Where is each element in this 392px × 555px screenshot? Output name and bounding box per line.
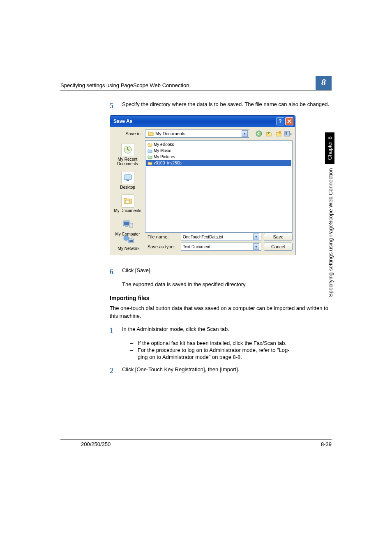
views-button[interactable] (284, 130, 293, 138)
save-in-label: Save in: (113, 131, 143, 136)
chevron-down-icon[interactable]: ▼ (253, 243, 259, 250)
step-2: 2 Click [One-Touch Key Registration], th… (60, 366, 332, 376)
step-number: 2 (110, 366, 122, 376)
chevron-down-icon[interactable]: ▼ (253, 234, 259, 240)
places-label: My Recent Documents (117, 157, 138, 166)
page-footer: 200/250/350 8-39 (60, 439, 332, 447)
list-item[interactable]: My Pictures (146, 154, 291, 160)
svg-rect-2 (285, 131, 290, 136)
filename-input[interactable]: OneTouchTextData.txt ▼ (181, 233, 261, 241)
list-item-label: My Music (154, 148, 171, 153)
recent-icon (123, 145, 133, 155)
list-item-selected[interactable]: v0100_ins250b (146, 160, 291, 166)
mydocs-icon (123, 196, 133, 206)
filename-value: OneTouchTextData.txt (183, 235, 253, 239)
step-text: Click [One-Touch Key Registration], then… (122, 366, 332, 376)
folder-icon (147, 142, 153, 148)
type-dropdown[interactable]: Text Document ▼ (181, 243, 261, 251)
folder-icon (148, 131, 154, 136)
chevron-down-icon[interactable]: ▼ (242, 130, 248, 137)
svg-point-1 (279, 131, 281, 134)
dialog-toolbar: Save in: My Documents ▼ (110, 127, 295, 140)
header-title: Specifying settings using PageScope Web … (60, 82, 316, 88)
back-button[interactable] (255, 130, 263, 138)
up-folder-icon (265, 130, 272, 137)
list-item-label: My Pictures (154, 155, 175, 159)
dialog-title: Save As (113, 118, 275, 124)
svg-rect-12 (125, 226, 128, 227)
step-6-sub: The exported data is saved in the specif… (60, 281, 332, 287)
footer-left: 200/250/350 (60, 441, 321, 447)
cancel-button-label: Cancel (271, 244, 285, 249)
file-list[interactable]: My eBooks My Music My Pictures v0100_ins… (145, 140, 293, 233)
svg-rect-5 (286, 134, 287, 135)
pictures-folder-icon (147, 154, 153, 160)
back-icon (256, 130, 262, 137)
svg-rect-7 (124, 175, 131, 180)
music-folder-icon (147, 148, 153, 154)
svg-rect-3 (286, 132, 287, 133)
svg-point-0 (256, 131, 262, 136)
page-header: Specifying settings using PageScope Web … (60, 76, 332, 90)
bullet-text: ging on to Administrator mode" on page 8… (138, 354, 242, 360)
step-number: 5 (110, 101, 122, 111)
bullet-text: For the procedure to log on to Administr… (138, 347, 288, 353)
svg-rect-16 (129, 240, 133, 242)
places-label: Desktop (120, 185, 135, 190)
svg-rect-9 (125, 200, 129, 203)
help-button[interactable]: ? (276, 117, 284, 125)
save-in-value: My Documents (155, 131, 242, 136)
desktop-icon (123, 173, 133, 183)
views-icon (284, 130, 293, 137)
new-folder-icon (275, 130, 282, 137)
folder-icon (147, 160, 153, 166)
step-6: 6 Click [Save]. (60, 267, 332, 277)
step-1: 1 In the Administrator mode, click the S… (60, 326, 332, 336)
chapter-number-badge: 8 (316, 76, 332, 90)
step-text: Click [Save]. (122, 267, 332, 277)
network-icon (123, 235, 134, 245)
places-mydocs[interactable]: My Documents (112, 193, 144, 214)
step-text: In the Administrator mode, click the Sca… (122, 326, 332, 336)
places-recent[interactable]: My Recent Documents (112, 142, 144, 167)
new-folder-button[interactable] (274, 130, 283, 138)
svg-rect-8 (127, 180, 129, 181)
places-label: My Network (118, 246, 140, 251)
svg-rect-11 (124, 222, 129, 225)
footer-page-number: 8-39 (321, 441, 332, 447)
type-value: Text Document (183, 245, 253, 249)
list-item-label: v0100_ins250b (154, 161, 182, 165)
step-1-bullets: – If the optional fax kit has been insta… (60, 340, 332, 360)
up-button[interactable] (265, 130, 273, 138)
mycomputer-icon (122, 218, 134, 231)
side-tab: Chapter 8 Specifying settings using Page… (325, 132, 337, 297)
cancel-button[interactable]: Cancel (264, 243, 293, 251)
type-label: Save as type: (148, 244, 178, 249)
places-mynet[interactable]: My Network (113, 233, 145, 252)
step-number: 6 (110, 267, 122, 277)
save-button-label: Save (273, 234, 283, 239)
list-item-label: My eBooks (154, 142, 174, 147)
save-in-dropdown[interactable]: My Documents ▼ (145, 130, 249, 138)
side-vertical-text: Specifying settings using PageScope Web … (325, 168, 336, 297)
svg-point-14 (124, 236, 129, 240)
places-bar: My Recent Documents Desktop My Documents… (110, 140, 145, 233)
list-item[interactable]: My Music (146, 148, 291, 154)
filename-label: File name: (148, 234, 178, 239)
close-icon (287, 119, 291, 123)
svg-rect-4 (286, 133, 287, 134)
step-text: Specify the directory where the data is … (122, 101, 332, 111)
dialog-titlebar[interactable]: Save As ? (110, 116, 295, 127)
importing-paragraph: The one-touch dial button data that was … (60, 305, 332, 319)
svg-rect-13 (129, 223, 133, 227)
save-button[interactable]: Save (264, 233, 293, 241)
list-item[interactable]: My eBooks (146, 141, 291, 148)
save-as-dialog: Save As ? Save in: My Documents ▼ (110, 115, 295, 255)
places-desktop[interactable]: Desktop (112, 170, 144, 191)
bullet-text: If the optional fax kit has been install… (138, 340, 286, 346)
chapter-tab: Chapter 8 (325, 132, 334, 164)
close-button[interactable] (285, 117, 293, 125)
importing-title: Importing files (60, 295, 332, 301)
places-label: My Documents (114, 208, 141, 213)
step-number: 1 (110, 326, 122, 336)
